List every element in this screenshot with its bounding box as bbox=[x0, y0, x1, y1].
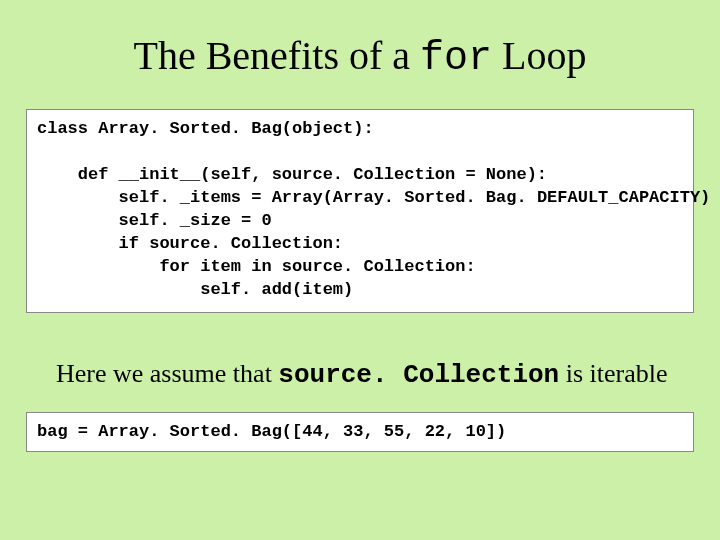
code-block-main: class Array. Sorted. Bag(object): def __… bbox=[26, 109, 694, 313]
code-line: self. _size = 0 bbox=[37, 210, 683, 233]
slide: The Benefits of a for Loop class Array. … bbox=[0, 32, 720, 540]
caption-code: source. Collection bbox=[278, 360, 559, 390]
title-pre: The Benefits of a bbox=[133, 33, 420, 78]
code-line: self. add(item) bbox=[37, 279, 683, 302]
code-line: self. _items = Array(Array. Sorted. Bag.… bbox=[37, 187, 683, 210]
code-line: class Array. Sorted. Bag(object): bbox=[37, 119, 374, 138]
slide-title: The Benefits of a for Loop bbox=[0, 32, 720, 81]
title-code: for bbox=[420, 36, 492, 81]
code-line: bag = Array. Sorted. Bag([44, 33, 55, 22… bbox=[37, 422, 506, 441]
caption-pre: Here we assume that bbox=[56, 359, 278, 388]
caption-post: is iterable bbox=[559, 359, 667, 388]
caption: Here we assume that source. Collection i… bbox=[56, 359, 720, 390]
title-post: Loop bbox=[492, 33, 586, 78]
code-line: def __init__(self, source. Collection = … bbox=[37, 164, 683, 187]
code-line: for item in source. Collection: bbox=[37, 256, 683, 279]
code-line: if source. Collection: bbox=[37, 233, 683, 256]
code-block-usage: bag = Array. Sorted. Bag([44, 33, 55, 22… bbox=[26, 412, 694, 453]
